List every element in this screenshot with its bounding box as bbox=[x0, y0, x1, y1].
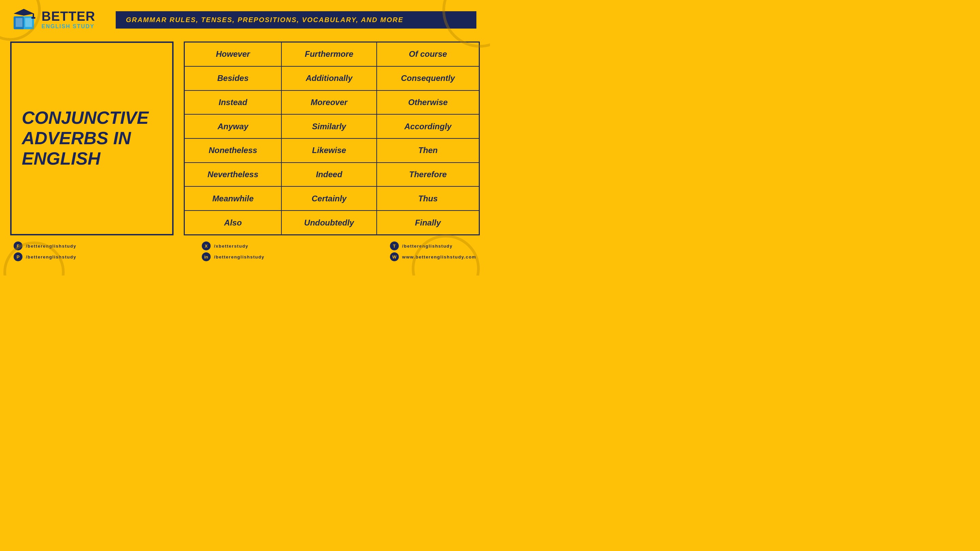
table-cell: Furthermore bbox=[282, 42, 377, 66]
table-cell: Moreover bbox=[282, 91, 377, 114]
table-cell: Thus bbox=[377, 186, 479, 211]
table-cell: Instead bbox=[185, 91, 282, 114]
footer-link: X/xbetterstudy bbox=[202, 241, 264, 250]
social-icon: P bbox=[14, 252, 22, 261]
table-cell: Meanwhile bbox=[185, 186, 282, 211]
footer-link-text: /xbetterstudy bbox=[214, 243, 248, 249]
footer-link-text: /betterenglishstudy bbox=[214, 254, 264, 259]
left-panel: CONJUNCTIVE ADVERBS IN ENGLISH bbox=[10, 41, 173, 235]
table-cell: Likewise bbox=[282, 138, 377, 163]
social-icon: T bbox=[390, 241, 399, 250]
footer-col-3: T/betterenglishstudyWwww.betterenglishst… bbox=[390, 241, 476, 261]
table-row: AnywaySimilarlyAccordingly bbox=[185, 114, 479, 138]
table-cell: Otherwise bbox=[377, 91, 479, 114]
logo-subtitle: ENGLISH STUDY bbox=[41, 24, 95, 30]
social-icon: X bbox=[202, 241, 211, 250]
table-cell: Additionally bbox=[282, 66, 377, 91]
logo-text-block: BETTER ENGLISH STUDY bbox=[41, 10, 95, 30]
table-cell: Nevertheless bbox=[185, 163, 282, 187]
footer-link: T/betterenglishstudy bbox=[390, 241, 476, 250]
table-cell: However bbox=[185, 42, 282, 66]
social-icon: in bbox=[202, 252, 211, 261]
table-cell: Besides bbox=[185, 66, 282, 91]
footer: F/betterenglishstudyP/betterenglishstudy… bbox=[0, 239, 490, 263]
table-cell: Indeed bbox=[282, 163, 377, 187]
header: BETTER ENGLISH STUDY GRAMMAR RULES, TENS… bbox=[0, 0, 490, 38]
footer-link-text: /betterenglishstudy bbox=[26, 254, 76, 259]
header-banner: GRAMMAR RULES, TENSES, PREPOSITIONS, VOC… bbox=[116, 11, 476, 29]
svg-rect-3 bbox=[25, 18, 32, 27]
table-row: BesidesAdditionallyConsequently bbox=[185, 66, 479, 91]
footer-link: in/betterenglishstudy bbox=[202, 252, 264, 261]
table-cell: Nonetheless bbox=[185, 138, 282, 163]
logo-area: BETTER ENGLISH STUDY bbox=[10, 6, 105, 33]
table-cell: Accordingly bbox=[377, 114, 479, 138]
footer-link: Wwww.betterenglishstudy.com bbox=[390, 252, 476, 261]
table-cell: Therefore bbox=[377, 163, 479, 187]
logo-icon bbox=[10, 6, 37, 33]
footer-col-2: X/xbetterstudyin/betterenglishstudy bbox=[202, 241, 264, 261]
table-cell: Similarly bbox=[282, 114, 377, 138]
table-cell: Also bbox=[185, 211, 282, 235]
header-tagline: GRAMMAR RULES, TENSES, PREPOSITIONS, VOC… bbox=[126, 16, 404, 24]
table-wrapper: HoweverFurthermoreOf courseBesidesAdditi… bbox=[184, 41, 480, 235]
table-cell: Finally bbox=[377, 211, 479, 235]
table-cell: Then bbox=[377, 138, 479, 163]
footer-link-text: /betterenglishstudy bbox=[26, 243, 76, 249]
social-icon: F bbox=[14, 241, 22, 250]
footer-link: F/betterenglishstudy bbox=[14, 241, 76, 250]
footer-col-1: F/betterenglishstudyP/betterenglishstudy bbox=[14, 241, 76, 261]
logo-title: BETTER bbox=[41, 10, 95, 23]
table-cell: Consequently bbox=[377, 66, 479, 91]
footer-link-text: www.betterenglishstudy.com bbox=[402, 254, 476, 259]
table-row: AlsoUndoubtedlyFinally bbox=[185, 211, 479, 235]
table-row: NeverthelessIndeedTherefore bbox=[185, 163, 479, 187]
svg-rect-6 bbox=[31, 17, 35, 19]
svg-marker-4 bbox=[14, 9, 34, 16]
table-cell: Certainly bbox=[282, 186, 377, 211]
table-row: MeanwhileCertainlyThus bbox=[185, 186, 479, 211]
main-content: CONJUNCTIVE ADVERBS IN ENGLISH HoweverFu… bbox=[0, 38, 490, 239]
adverb-table: HoweverFurthermoreOf courseBesidesAdditi… bbox=[184, 41, 480, 235]
social-icon: W bbox=[390, 252, 399, 261]
panel-title: CONJUNCTIVE ADVERBS IN ENGLISH bbox=[22, 108, 162, 169]
footer-link-text: /betterenglishstudy bbox=[402, 243, 453, 249]
footer-link: P/betterenglishstudy bbox=[14, 252, 76, 261]
table-row: NonethelessLikewiseThen bbox=[185, 138, 479, 163]
table-cell: Of course bbox=[377, 42, 479, 66]
table-row: InsteadMoreoverOtherwise bbox=[185, 91, 479, 114]
table-cell: Anyway bbox=[185, 114, 282, 138]
table-row: HoweverFurthermoreOf course bbox=[185, 42, 479, 66]
table-cell: Undoubtedly bbox=[282, 211, 377, 235]
svg-rect-2 bbox=[16, 18, 22, 27]
